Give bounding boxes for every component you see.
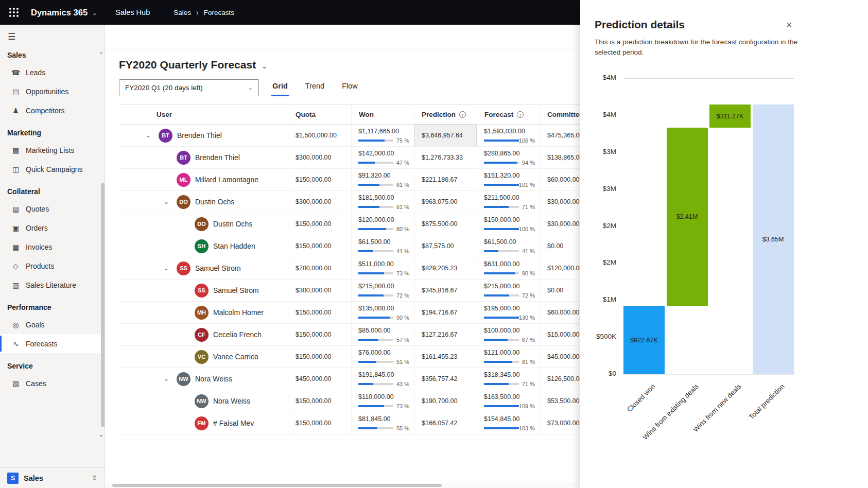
table-row[interactable]: FM# Faisal Mev$150,000.00$81,845.0055 %$… [119,412,580,434]
prediction-cell[interactable]: $221,186.67 [414,169,477,190]
prediction-cell[interactable]: $829,205.23 [414,257,477,279]
sidebar-item-products[interactable]: ◇Products [0,256,105,275]
table-row[interactable]: MHMalcolm Homer$150,000.00$135,000.0090 … [119,302,580,324]
prediction-cell[interactable]: $345,816.67 [414,280,477,301]
gridline [623,374,794,375]
info-icon[interactable]: i [517,111,524,118]
table-row[interactable]: ⌄SSSamuel Strom$700,000.00$511,000.0073 … [119,257,580,280]
column-header-prediction[interactable]: Predictioni [414,105,477,124]
column-header-forecast[interactable]: Forecasti [477,105,540,124]
column-header-quota[interactable]: Quota [288,105,351,124]
hamburger-menu-icon[interactable]: ☰ [8,32,15,42]
column-header-won[interactable]: Won [351,105,414,124]
sidebar-scroll-down-icon[interactable]: ▼ [99,434,103,438]
x-axis-label: Wins from new deals [691,382,742,433]
column-header-committed[interactable]: Committedi [540,105,580,124]
table-row[interactable]: ⌄BTBrenden Thiel$1,500,000.00$1,117,665.… [119,125,580,147]
amount: $511,000.00 [358,260,409,268]
collapse-chevron-icon[interactable]: ⌄ [161,375,172,382]
column-label: User [157,111,172,118]
prediction-cell[interactable]: $190,700.00 [414,390,477,412]
y-axis-label: $2M [583,222,616,230]
table-row[interactable]: DODustin Ochs$150,000.00$120,000.0080 %$… [119,213,580,235]
progress-bar [358,339,393,341]
horizontal-scrollbar[interactable] [105,483,580,488]
sidebar-item-sales-literature[interactable]: ▥Sales Literature [0,275,105,294]
tab-flow[interactable]: Flow [341,82,359,96]
collapse-chevron-icon[interactable]: ⌄ [161,198,172,205]
hub-name[interactable]: Sales Hub [115,8,150,16]
tab-trend[interactable]: Trend [304,82,325,96]
area-switcher-icon[interactable]: ⇕ [92,474,97,482]
avatar: CF [195,328,209,342]
prediction-cell[interactable]: $875,500.00 [414,213,477,235]
sidebar-item-label: Cases [26,379,46,388]
sidebar-item-orders[interactable]: ▣Orders [0,218,105,237]
invoices-icon: ▦ [11,243,20,251]
sidebar-item-leads[interactable]: ☎Leads [0,63,105,82]
info-icon[interactable]: i [459,111,466,118]
sidebar-item-goals[interactable]: ◎Goals [0,315,105,334]
sidebar-item-quotes[interactable]: ▤Quotes [0,199,105,218]
table-row[interactable]: SHStan Hadden$150,000.00$61,500.0041 %$8… [119,235,580,257]
prediction-cell[interactable]: $194,716.67 [414,302,477,323]
table-row[interactable]: MLMillard Lamontagne$150,000.00$91,320.0… [119,169,580,191]
progress-fill [358,405,384,407]
prediction-cell[interactable]: $127,216.67 [414,324,477,345]
tab-grid[interactable]: Grid [271,82,289,96]
amount: $135,000.00 [358,305,409,312]
horizontal-scrollbar-thumb[interactable] [112,484,442,487]
prediction-cell[interactable]: $87,575.00 [414,235,477,257]
sidebar-item-opportunities[interactable]: ▤Opportunities [0,82,105,101]
sidebar-scroll-up-icon[interactable]: ▲ [99,50,103,54]
forecast-cell: $318,345.0071 % [477,368,540,390]
sidebar-item-label: Invoices [26,243,52,251]
user-name: Stan Hadden [213,242,255,250]
sidebar-item-invoices[interactable]: ▦Invoices [0,237,105,256]
amount: $1,117,665.00 [358,128,409,135]
sidebar-item-marketing-lists[interactable]: ▤Marketing Lists [0,141,105,160]
section-label: Marketing [0,125,105,141]
prediction-cell[interactable]: $963,075.00 [414,191,477,213]
quotes-icon: ▤ [11,205,20,213]
y-axis-label: $500K [583,333,616,340]
sidebar-item-forecasts[interactable]: ∿Forecasts [0,334,105,353]
breadcrumb-sales[interactable]: Sales [173,9,191,16]
period-select[interactable]: FY2020 Q1 (20 days left) ⌄ [119,79,259,96]
progress-fill [358,162,375,164]
table-row[interactable]: CFCecelia French$150,000.00$85,000.0057 … [119,324,580,346]
quota-cell: $300,000.00 [288,147,351,168]
user-name: Brenden Thiel [195,153,240,162]
percent-label: 41 % [396,248,409,254]
collapse-chevron-icon[interactable]: ⌄ [143,132,154,139]
table-row[interactable]: ⌄NWNora Weiss$450,000.00$191,845.0043 %$… [119,368,580,390]
table-row[interactable]: SSSamuel Strom$300,000.00$215,000.0072 %… [119,280,580,302]
column-header-user[interactable]: User [119,105,288,124]
app-switcher[interactable]: Dynamics 365 ⌄ [31,8,97,18]
table-row[interactable]: NWNora Weiss$150,000.00$110,000.0073 %$1… [119,390,580,412]
waffle-icon[interactable] [9,8,19,17]
breadcrumb-forecasts[interactable]: Forecasts [204,9,234,16]
progress-bar [484,361,519,363]
sidebar-item-competitors[interactable]: ♟Competitors [0,101,105,120]
user-cell: BTBrenden Thiel [119,147,288,168]
sidebar-scrollbar-thumb[interactable] [101,183,105,427]
prediction-cell[interactable]: $1,276,733.33 [414,147,477,168]
sidebar-item-cases[interactable]: ▧Cases [0,374,105,393]
table-row[interactable]: VCVance Carrico$150,000.00$76,000.0051 %… [119,346,580,368]
forecast-cell: $280,865.0094 % [477,147,540,168]
sidebar-item-quick-campaigns[interactable]: ◫Quick Campaigns [0,160,105,179]
sidebar-footer[interactable]: S Sales ⇕ [0,467,105,488]
table-row[interactable]: ⌄DODustin Ochs$300,000.00$181,500.0061 %… [119,191,580,213]
percent-label: 109 % [519,403,535,409]
prediction-cell[interactable]: $3,646,957.64 [414,125,477,146]
prediction-cell[interactable]: $161,455.23 [414,346,477,368]
prediction-cell[interactable]: $356,757.42 [414,368,477,390]
percent-label: 106 % [519,137,535,144]
prediction-cell[interactable]: $166,057.42 [414,412,477,434]
collapse-chevron-icon[interactable]: ⌄ [161,265,172,272]
forecast-selector-chevron-icon[interactable]: ⌄ [262,62,267,70]
table-row[interactable]: BTBrenden Thiel$300,000.00$142,000.0047 … [119,147,580,169]
page-title: FY2020 Quarterly Forecast [119,59,256,71]
sidebar-scrollbar[interactable] [101,183,105,427]
